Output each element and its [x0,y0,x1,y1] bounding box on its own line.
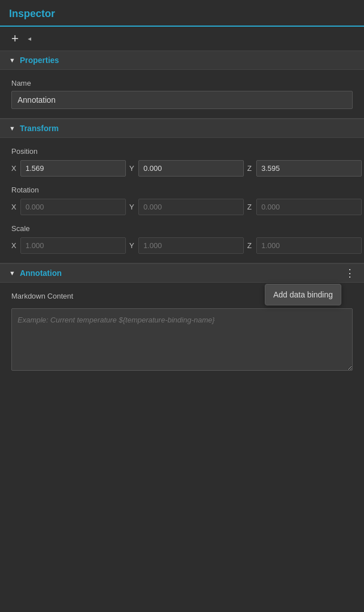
transform-section-header: ▼ Transform [0,119,364,138]
toolbar-row: + ◂ [0,27,364,51]
add-data-binding-popup[interactable]: Add data binding [265,284,341,305]
rotation-xyz-row: X Y Z [11,199,353,215]
rotation-x-axis-label: X [11,203,18,211]
annotation-section-wrapper: ▼ Annotation ⋮ Add data binding Markdown… [0,263,364,382]
rotation-y-input[interactable] [138,199,244,215]
inspector-title: Inspector [9,8,55,26]
position-xyz-row: X Y Z [11,160,353,177]
rotation-x-item: X [11,199,126,215]
scale-y-input[interactable] [138,237,244,254]
position-z-item: Z [247,160,362,177]
scale-x-input[interactable] [20,237,126,254]
annotation-section-header: ▼ Annotation ⋮ [0,263,364,283]
scale-xyz-row: X Y Z [11,237,353,254]
position-label: Position [11,147,353,156]
name-input[interactable] [11,91,353,109]
position-x-input[interactable] [20,160,126,177]
name-label: Name [11,79,353,87]
rotation-y-axis-label: Y [129,203,136,211]
rotation-x-input[interactable] [20,199,126,215]
properties-section-content: Name [0,70,364,118]
inspector-header: Inspector [0,0,364,27]
annotation-section-title: Annotation [20,269,62,278]
add-data-binding-label: Add data binding [273,290,333,299]
rotation-label: Rotation [11,186,353,194]
rotation-y-item: Y [129,199,244,215]
scale-z-item: Z [247,237,362,254]
scale-label: Scale [11,224,353,233]
scale-x-item: X [11,237,126,254]
scale-y-axis-label: Y [129,241,136,250]
rotation-z-item: Z [247,199,362,215]
position-x-axis-label: X [11,164,18,173]
transform-chevron-icon: ▼ [9,125,15,132]
scale-y-item: Y [129,237,244,254]
transform-section-content: Position X Y Z Rotation X Y [0,138,364,263]
position-z-input[interactable] [256,160,362,177]
rotation-z-input[interactable] [256,199,362,215]
position-x-item: X [11,160,126,177]
position-z-axis-label: Z [247,164,254,173]
scale-x-axis-label: X [11,241,18,250]
annotation-menu-button[interactable]: ⋮ [342,268,357,278]
position-group: Position X Y Z [11,147,353,177]
collapse-arrow-icon: ◂ [28,35,31,43]
rotation-z-axis-label: Z [247,203,254,211]
position-y-axis-label: Y [129,164,136,173]
position-y-input[interactable] [138,160,244,177]
markdown-content-textarea[interactable] [11,308,353,371]
properties-section-header: ▼ Properties [0,51,364,70]
bottom-spacer [0,382,364,404]
properties-section-title: Properties [20,56,59,65]
scale-group: Scale X Y Z [11,224,353,254]
rotation-group: Rotation X Y Z [11,186,353,215]
add-button[interactable]: + [9,32,21,45]
scale-z-input[interactable] [256,237,362,254]
annotation-chevron-icon: ▼ [9,270,15,276]
scale-z-axis-label: Z [247,241,254,250]
position-y-item: Y [129,160,244,177]
properties-chevron-icon: ▼ [9,57,15,64]
transform-section-title: Transform [20,124,58,133]
